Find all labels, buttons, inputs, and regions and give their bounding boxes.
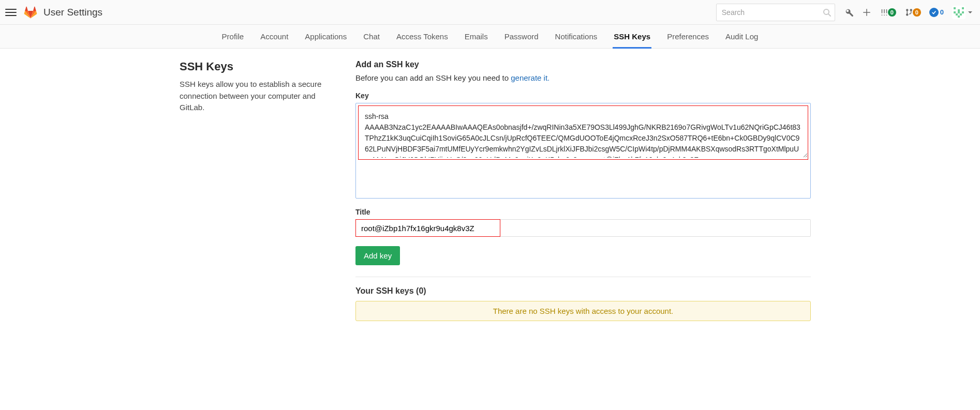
todos-check-icon [929, 8, 939, 17]
key-field-wrap [355, 103, 811, 199]
key-textarea[interactable] [359, 106, 808, 158]
form-heading: Add an SSH key [355, 60, 811, 69]
tab-emails[interactable]: Emails [464, 25, 489, 49]
svg-rect-5 [958, 9, 960, 11]
tab-ssh-keys[interactable]: SSH Keys [613, 25, 651, 49]
generate-link[interactable]: generate it. [511, 73, 550, 82]
tab-access-tokens[interactable]: Access Tokens [395, 25, 449, 49]
page-title: User Settings [43, 7, 102, 18]
merge-requests-shortcut[interactable]: 0 [904, 8, 921, 17]
svg-rect-10 [960, 13, 962, 16]
admin-wrench-icon[interactable] [844, 8, 854, 17]
issues-badge: 0 [888, 8, 896, 17]
side-desc: SSH keys allow you to establish a secure… [180, 79, 335, 114]
add-key-button[interactable]: Add key [355, 246, 400, 265]
search-input[interactable] [716, 4, 835, 21]
todos-count: 0 [940, 8, 944, 16]
form-hint: Before you can add an SSH key you need t… [355, 73, 811, 82]
keys-heading: Your SSH keys (0) [355, 286, 811, 296]
hamburger-icon[interactable] [5, 7, 17, 18]
title-label: Title [355, 208, 811, 216]
main: SSH Keys SSH keys allow you to establish… [107, 49, 873, 342]
todos-shortcut[interactable]: 0 [929, 8, 944, 17]
tab-applications[interactable]: Applications [304, 25, 348, 49]
issues-shortcut[interactable]: 0 [880, 8, 896, 17]
tab-password[interactable]: Password [503, 25, 540, 49]
tab-notifications[interactable]: Notifications [554, 25, 599, 49]
search-icon [823, 8, 831, 17]
user-menu[interactable] [952, 6, 973, 19]
tab-profile[interactable]: Profile [221, 25, 245, 49]
tab-chat[interactable]: Chat [362, 25, 381, 49]
mr-badge: 0 [913, 8, 921, 17]
svg-rect-11 [958, 16, 960, 18]
svg-rect-7 [958, 11, 960, 13]
empty-keys-banner: There are no SSH keys with access to you… [355, 301, 811, 321]
side-title: SSH Keys [180, 60, 335, 73]
gitlab-logo[interactable] [24, 6, 37, 19]
svg-rect-9 [956, 13, 958, 16]
tab-account[interactable]: Account [259, 25, 289, 49]
avatar-icon [952, 6, 966, 19]
svg-rect-8 [962, 11, 964, 13]
settings-tabs: ProfileAccountApplicationsChatAccess Tok… [0, 25, 980, 49]
topbar-icons: 0 0 0 [844, 6, 973, 19]
tab-audit-log[interactable]: Audit Log [724, 25, 759, 49]
title-input[interactable] [355, 219, 811, 237]
svg-rect-6 [954, 11, 956, 13]
side-panel: SSH Keys SSH keys allow you to establish… [180, 60, 335, 321]
topbar: User Settings 0 0 0 [0, 0, 980, 25]
svg-rect-4 [962, 7, 964, 9]
key-label: Key [355, 92, 811, 100]
svg-rect-3 [954, 7, 956, 9]
separator [355, 277, 811, 277]
svg-line-1 [828, 14, 830, 16]
caret-down-icon [968, 10, 973, 15]
search-box [716, 4, 835, 21]
tab-preferences[interactable]: Preferences [666, 25, 710, 49]
new-plus-icon[interactable] [862, 8, 871, 17]
content: Add an SSH key Before you can add an SSH… [355, 60, 811, 321]
